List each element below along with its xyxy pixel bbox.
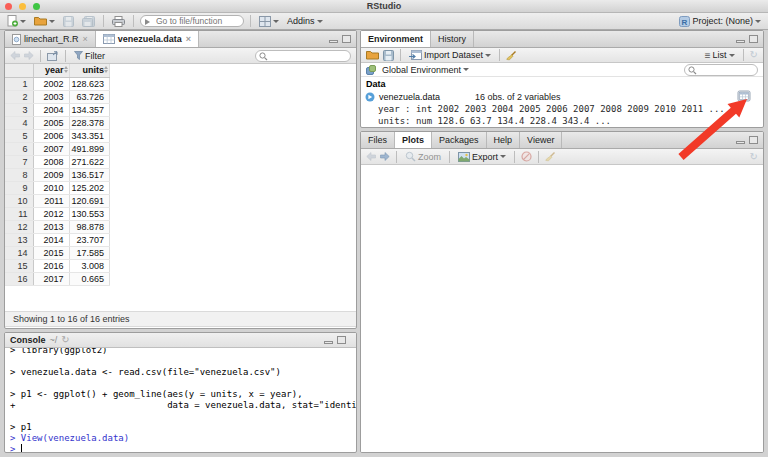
environment-scope-row: Global Environment — [361, 63, 763, 77]
table-row: 52006343.351 — [5, 129, 110, 142]
console-title: Console — [10, 335, 46, 345]
row-number-cell: 5 — [5, 129, 33, 142]
table-cell: 63.726 — [69, 90, 110, 103]
column-header-year[interactable]: year — [33, 64, 69, 77]
next-plot-icon[interactable] — [380, 152, 390, 161]
minimize-pane-icon[interactable] — [324, 341, 333, 344]
open-folder-icon — [34, 16, 47, 26]
table-cell: 491.899 — [69, 142, 110, 155]
sort-icons — [64, 66, 68, 73]
environment-view-mode[interactable]: ≡ List — [703, 49, 737, 62]
minimize-pane-icon[interactable] — [736, 141, 745, 144]
new-file-icon — [7, 15, 18, 27]
maximize-pane-icon[interactable] — [342, 35, 351, 43]
tab-label: Files — [368, 135, 387, 145]
import-dataset-button[interactable]: Import Dataset — [407, 49, 493, 61]
main-toolbar: Addins R Project: (None) — [0, 13, 768, 30]
project-cube-icon: R — [679, 16, 690, 27]
tab-files[interactable]: Files — [361, 132, 395, 148]
table-row: 12201398.878 — [5, 220, 110, 233]
save-button[interactable] — [61, 15, 76, 28]
forward-icon[interactable] — [24, 51, 34, 60]
table-cell: 2002 — [33, 77, 69, 90]
back-icon[interactable] — [10, 51, 20, 60]
table-cell: 120.691 — [69, 194, 110, 207]
console-line: + data = venezuela.data, stat="identity"… — [10, 400, 356, 411]
restart-session-icon[interactable]: ↻ — [61, 335, 69, 345]
table-row: 42005228.378 — [5, 116, 110, 129]
goto-file-input[interactable] — [140, 15, 244, 27]
tab-linechart-rr[interactable]: linechart_R.R × — [5, 31, 96, 47]
close-icon[interactable]: × — [186, 34, 191, 44]
environment-object-row[interactable]: venezuela.data 16 obs. of 2 variables — [361, 90, 763, 103]
open-file-button[interactable] — [32, 15, 57, 27]
toolbar-divider — [499, 49, 500, 61]
object-name: venezuela.data — [379, 92, 475, 102]
text-cursor — [21, 444, 22, 452]
load-workspace-icon[interactable] — [366, 50, 379, 60]
table-cell: 228.378 — [69, 116, 110, 129]
environment-scope-select[interactable]: Global Environment — [380, 64, 471, 76]
clear-environment-broom-icon[interactable] — [506, 50, 517, 61]
object-detail-line: year : int 2002 2003 2004 2005 2006 2007… — [378, 103, 763, 115]
save-workspace-icon[interactable] — [383, 50, 394, 61]
print-button[interactable] — [110, 15, 127, 28]
row-number-cell: 7 — [5, 155, 33, 168]
goto-file-search — [140, 15, 244, 27]
environment-section-label: Data — [361, 77, 763, 90]
environment-pane: Environment History Import Datas — [360, 30, 764, 128]
console-output[interactable]: > library(ggplot2)> venezuela.data <- re… — [5, 348, 356, 452]
expand-object-icon[interactable] — [365, 92, 375, 102]
save-all-button[interactable] — [80, 15, 97, 28]
plots-pane: Files Plots Packages Help Viewer Zoom — [360, 131, 764, 453]
row-number-cell: 14 — [5, 246, 33, 259]
zoom-plot-button[interactable]: Zoom — [403, 150, 443, 163]
row-number-cell: 11 — [5, 207, 33, 220]
refresh-icon[interactable]: ↻ — [750, 152, 758, 162]
object-detail-line: units: num 128.6 63.7 134.4 228.4 343.4 … — [378, 115, 763, 127]
sort-icons — [104, 66, 108, 73]
project-menu[interactable]: R Project: (None) — [677, 15, 763, 28]
tab-environment[interactable]: Environment — [361, 31, 431, 47]
tab-viewer[interactable]: Viewer — [520, 132, 562, 148]
plots-tabbar: Files Plots Packages Help Viewer — [361, 132, 763, 149]
remove-plot-icon[interactable] — [521, 151, 532, 162]
view-data-grid-button[interactable] — [737, 90, 751, 102]
minimize-pane-icon[interactable] — [736, 40, 745, 43]
close-icon[interactable]: × — [83, 34, 88, 44]
data-search-input[interactable] — [255, 50, 351, 62]
toolbar-divider — [396, 151, 397, 163]
maximize-pane-icon[interactable] — [749, 35, 758, 43]
maximize-pane-icon[interactable] — [337, 336, 346, 344]
previous-plot-icon[interactable] — [366, 152, 376, 161]
column-header-units[interactable]: units — [69, 64, 110, 77]
search-icon — [688, 66, 697, 75]
zoom-window-button[interactable] — [33, 3, 40, 10]
open-in-new-window-icon[interactable] — [47, 51, 59, 61]
maximize-pane-icon[interactable] — [749, 136, 758, 144]
tab-venezuela-data[interactable]: venezuela.data × — [96, 31, 199, 47]
console-working-directory[interactable]: ~/ — [50, 335, 58, 345]
tab-help[interactable]: Help — [487, 132, 521, 148]
list-icon: ≡ — [705, 50, 711, 61]
tab-history[interactable]: History — [431, 31, 474, 47]
addins-menu[interactable]: Addins — [285, 15, 325, 27]
refresh-icon[interactable]: ↻ — [750, 50, 758, 60]
export-plot-button[interactable]: Export — [456, 151, 508, 163]
minimize-pane-icon[interactable] — [329, 40, 338, 43]
tab-plots[interactable]: Plots — [395, 132, 432, 148]
tab-label: History — [438, 34, 466, 44]
filter-button[interactable]: Filter — [72, 50, 107, 62]
clear-plots-broom-icon[interactable] — [545, 151, 556, 162]
row-number-cell: 15 — [5, 259, 33, 272]
table-pagination-status: Showing 1 to 16 of 16 entries — [5, 311, 356, 327]
tab-packages[interactable]: Packages — [432, 132, 487, 148]
minimize-window-button[interactable] — [19, 3, 26, 10]
table-row: 12002128.623 — [5, 77, 110, 90]
close-window-button[interactable] — [5, 3, 12, 10]
new-file-button[interactable] — [5, 14, 28, 28]
table-cell: 2003 — [33, 90, 69, 103]
pane-layout-button[interactable] — [257, 15, 281, 28]
table-cell: 2011 — [33, 194, 69, 207]
plots-toolbar: Zoom Export ↻ — [361, 149, 763, 165]
